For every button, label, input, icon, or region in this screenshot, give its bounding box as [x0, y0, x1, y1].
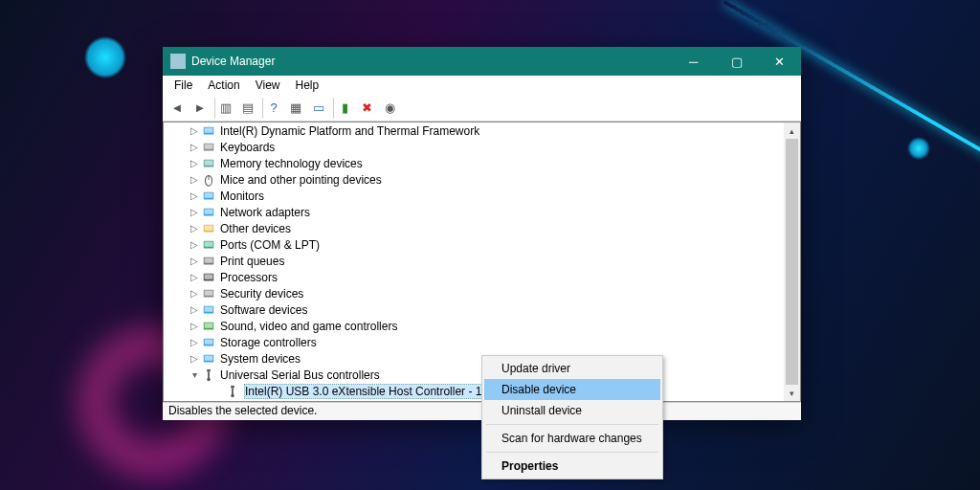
- svg-rect-9: [205, 192, 213, 197]
- show-hide-tree-button[interactable]: ▥: [214, 98, 235, 119]
- devices-button[interactable]: ▦: [285, 98, 306, 119]
- expand-arrow[interactable]: ▷: [188, 174, 201, 185]
- expand-arrow[interactable]: ▷: [188, 304, 201, 315]
- tree-node[interactable]: ▷Other devices: [164, 220, 800, 236]
- maximize-button[interactable]: ▢: [715, 47, 758, 76]
- tree-node[interactable]: ▷Network adapters: [164, 204, 800, 220]
- scroll-up-button[interactable]: ▴: [784, 122, 800, 139]
- toolbar: ◄ ► ▥ ▤ ? ▦ ▭ ▮ ✖ ◉: [163, 95, 801, 122]
- expand-arrow[interactable]: ▷: [188, 207, 201, 217]
- menu-help[interactable]: Help: [288, 77, 327, 94]
- context-menu: Update driverDisable deviceUninstall dev…: [481, 355, 663, 479]
- sec-icon: [201, 286, 216, 301]
- usb-icon: [201, 368, 216, 383]
- svg-rect-25: [205, 323, 213, 327]
- tree-node-label: Security devices: [220, 287, 303, 301]
- expand-arrow[interactable]: ▷: [188, 288, 201, 299]
- context-menu-item[interactable]: Update driver: [484, 358, 660, 379]
- menu-separator: [486, 452, 658, 453]
- scroll-thumb[interactable]: [786, 139, 798, 402]
- context-menu-item[interactable]: Disable device: [484, 379, 660, 400]
- expand-arrow[interactable]: ▷: [188, 256, 201, 266]
- cpu-icon: [201, 270, 216, 285]
- properties-button[interactable]: ▤: [237, 98, 258, 119]
- svg-rect-23: [205, 306, 213, 311]
- expand-arrow[interactable]: ▷: [188, 353, 201, 364]
- close-button[interactable]: ✕: [758, 47, 801, 76]
- status-text: Disables the selected device.: [168, 404, 317, 417]
- svg-rect-21: [205, 290, 213, 295]
- tree-node-label: Ports (COM & LPT): [220, 238, 320, 252]
- tree-node[interactable]: ▷Storage controllers: [164, 334, 800, 350]
- tree-node[interactable]: ▷Print queues: [164, 253, 800, 269]
- menu-action[interactable]: Action: [200, 77, 247, 94]
- menu-file[interactable]: File: [167, 77, 200, 94]
- svg-rect-13: [205, 225, 213, 230]
- tree-node[interactable]: ▷Processors: [164, 269, 800, 285]
- scroll-down-button[interactable]: ▾: [784, 385, 800, 401]
- forward-button[interactable]: ►: [189, 98, 211, 119]
- scan-button[interactable]: ◉: [379, 98, 400, 119]
- expand-arrow[interactable]: ▾: [188, 369, 201, 380]
- window-title: Device Manager: [191, 55, 672, 68]
- tree-node[interactable]: ▷Security devices: [164, 285, 800, 301]
- titlebar[interactable]: Device Manager ─ ▢ ✕: [163, 47, 801, 76]
- monitor-button[interactable]: ▭: [308, 98, 329, 119]
- menu-view[interactable]: View: [248, 77, 288, 94]
- svg-rect-34: [232, 388, 234, 394]
- expand-arrow[interactable]: ▷: [188, 158, 201, 168]
- scroll-track[interactable]: [784, 139, 800, 385]
- tree-node-label: Keyboards: [220, 141, 275, 154]
- prn-icon: [201, 254, 216, 269]
- tree-node[interactable]: ▷Mice and other pointing devices: [164, 171, 800, 188]
- minimize-button[interactable]: ─: [672, 47, 715, 76]
- expand-arrow[interactable]: ▷: [188, 239, 201, 250]
- tree-node-label: Network adapters: [220, 206, 310, 219]
- tree-node[interactable]: ▷Software devices: [164, 301, 800, 318]
- svg-rect-27: [205, 339, 213, 344]
- tree-node[interactable]: ▷Memory technology devices: [164, 155, 800, 171]
- tree-node[interactable]: ▷Monitors: [164, 188, 800, 204]
- tree-node-label: Storage controllers: [220, 336, 317, 349]
- tree-node[interactable]: ▷Keyboards: [164, 139, 800, 155]
- svg-rect-3: [205, 144, 213, 148]
- scrollbar[interactable]: ▴ ▾: [784, 122, 800, 401]
- mon-icon: [201, 189, 216, 204]
- help-button[interactable]: ?: [262, 98, 283, 119]
- uninstall-button[interactable]: ✖: [356, 98, 377, 119]
- svg-point-35: [231, 393, 234, 397]
- back-button[interactable]: ◄: [167, 98, 188, 119]
- sys-icon: [201, 351, 216, 367]
- expand-arrow[interactable]: ▷: [188, 321, 201, 331]
- svg-rect-15: [205, 241, 213, 246]
- expand-arrow[interactable]: ▷: [188, 142, 201, 152]
- tree-node-label: Memory technology devices: [220, 157, 363, 170]
- tree-node-label: Other devices: [220, 222, 291, 235]
- context-menu-item[interactable]: Properties: [484, 456, 660, 477]
- oth-icon: [201, 221, 216, 236]
- expand-arrow[interactable]: ▷: [188, 272, 201, 282]
- tree-node-label: Processors: [220, 271, 278, 284]
- svg-rect-36: [231, 401, 234, 402]
- context-menu-item[interactable]: Uninstall device: [484, 400, 660, 421]
- tree-node[interactable]: ▷Ports (COM & LPT): [164, 236, 800, 253]
- tree-node[interactable]: ▷Intel(R) Dynamic Platform and Thermal F…: [164, 122, 800, 139]
- svg-point-32: [207, 377, 211, 381]
- kb-icon: [201, 140, 216, 155]
- dev-icon: [201, 123, 216, 139]
- port-icon: [201, 237, 216, 253]
- tree-node[interactable]: ▷Sound, video and game controllers: [164, 318, 800, 334]
- svg-rect-31: [208, 371, 210, 378]
- expand-arrow[interactable]: ▷: [188, 125, 201, 136]
- sw-icon: [201, 302, 216, 318]
- expand-arrow[interactable]: ▷: [188, 190, 201, 201]
- context-menu-item[interactable]: Scan for hardware changes: [484, 428, 660, 449]
- expand-arrow[interactable]: ▷: [188, 223, 201, 234]
- tree-node-label: Universal Serial Bus controllers: [220, 368, 380, 382]
- tree-node-label: Software devices: [220, 303, 307, 317]
- mouse-icon: [201, 172, 216, 188]
- net-icon: [201, 205, 216, 220]
- menubar: File Action View Help: [163, 76, 801, 95]
- enable-button[interactable]: ▮: [333, 98, 354, 119]
- expand-arrow[interactable]: ▷: [188, 337, 201, 347]
